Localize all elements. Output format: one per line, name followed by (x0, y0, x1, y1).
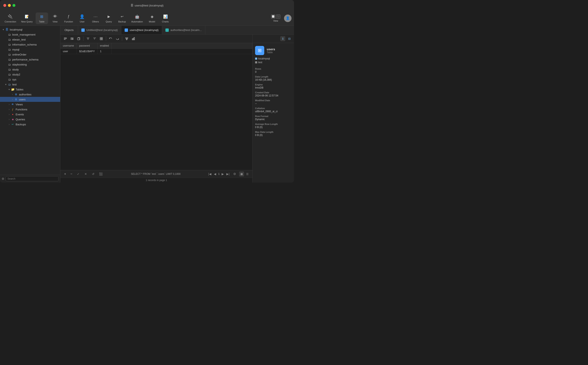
group-by-button[interactable] (124, 36, 130, 42)
first-page-button[interactable]: |◀ (208, 172, 212, 176)
sidebar-item-backups[interactable]: › ↩ Backups (0, 122, 60, 127)
sidebar-item-authorities-table[interactable]: › ⊞ authorities (0, 92, 60, 97)
add-row-button[interactable]: + (63, 172, 67, 176)
server-icon: 🗄 (5, 28, 9, 31)
col-password[interactable]: password (77, 43, 97, 49)
sidebar-item-onlineorder[interactable]: 🗂 onlineOrder (0, 52, 60, 57)
meta-row-format: Row Format Dynamic (255, 115, 292, 121)
sidebar-item-events[interactable]: › ● Events (0, 112, 60, 117)
toolbar-model[interactable]: ◈ Model (146, 13, 158, 24)
chart-button[interactable] (130, 36, 136, 42)
sidebar-bottom-icon: ⚙ (2, 177, 4, 180)
tab-objects[interactable]: Objects (60, 26, 78, 34)
database-icon: 🗂 (7, 53, 11, 56)
search-input[interactable] (6, 176, 58, 181)
new-query-icon: 📝 (24, 14, 30, 20)
table-name-group: users Table (267, 47, 275, 54)
toolbar-new-query[interactable]: 📝 New Query (19, 13, 35, 24)
refresh-left-button[interactable] (108, 36, 114, 42)
window-title: 🗄 users@test (localmysql) (130, 4, 164, 7)
tab-db-icon (125, 28, 128, 32)
toolbar-charts[interactable]: 📊 Charts (159, 13, 172, 24)
settings-button[interactable]: ⚙ (232, 171, 237, 177)
toolbar-automation[interactable]: 🤖 Automation (129, 13, 145, 24)
close-button[interactable] (3, 4, 6, 7)
toolbar-right: ⬜ ⬛ View 👤 (269, 13, 292, 23)
sidebar-item-study[interactable]: 🗂 study (0, 67, 60, 72)
tab-untitled[interactable]: Untitled@test (localmysql) (78, 26, 121, 34)
confirm-button[interactable]: ✓ (75, 171, 81, 177)
next-page-button[interactable]: ▶ (221, 172, 224, 176)
columns-icon[interactable]: ⊟ (287, 36, 292, 41)
sidebar-item-localmysql[interactable]: ▼ 🗄 localmysql (0, 27, 60, 32)
col-enabled[interactable]: enabled (97, 43, 112, 49)
tab-authorities[interactable]: authorities@test (localm... (162, 26, 205, 34)
table-row[interactable]: user $2a$10$4PY 1 (60, 49, 252, 54)
sidebar-item-mysql[interactable]: 🗂 mysql (0, 47, 60, 52)
sidebar-item-ebean-test[interactable]: 🗂 ebean_test (0, 37, 60, 42)
database-icon: 🗂 (7, 68, 11, 71)
sidebar-item-views[interactable]: › 👁 Views (0, 102, 60, 107)
delete-record-button[interactable] (69, 36, 75, 42)
toolbar-user[interactable]: 👤 User (76, 13, 88, 24)
sidebar: ▼ 🗄 localmysql 🗂 book_management 🗂 ebean… (0, 26, 60, 182)
info-icon[interactable]: ℹ (280, 36, 285, 41)
toolbar-view-toggle[interactable]: ⬜ ⬛ View (269, 13, 282, 23)
user-avatar[interactable]: 👤 (284, 14, 292, 22)
tab-db-icon (165, 28, 169, 32)
backup-icon: ↩ (119, 14, 125, 20)
meta-max-data-length: Max Data Length 0 B (0) (255, 131, 292, 137)
chevron-right-icon: › (7, 113, 11, 116)
toolbar-others[interactable]: ⋯ Others (89, 13, 102, 24)
sidebar-search-bar: ⚙ (0, 175, 60, 182)
chevron-down-icon: ▼ (2, 28, 5, 31)
sidebar-item-information-schema[interactable]: 🗂 information_schema (0, 42, 60, 47)
chevron-right-icon: › (11, 93, 14, 96)
sidebar-item-sys[interactable]: 🗂 sys (0, 77, 60, 82)
grid-view-button[interactable] (98, 36, 104, 42)
remove-row-button[interactable]: − (69, 172, 74, 176)
col-username[interactable]: username (60, 43, 77, 49)
filter-button[interactable] (85, 36, 91, 42)
reload-button[interactable]: ↺ (90, 171, 96, 177)
last-page-button[interactable]: ▶| (226, 172, 230, 176)
sidebar-item-test[interactable]: ▼ 🗂 test (0, 82, 60, 87)
toolbar-function[interactable]: ƒ Function (62, 13, 75, 24)
tab-db-icon (81, 28, 85, 32)
maximize-button[interactable] (13, 4, 15, 7)
tab-users[interactable]: users@test (localmysql) (121, 26, 162, 34)
split-panel-icon: ⬛ (276, 14, 280, 19)
toolbar-table[interactable]: ⊞ Table (36, 13, 48, 24)
add-record-button[interactable] (62, 36, 68, 42)
refresh-right-button[interactable] (115, 36, 120, 42)
minimize-button[interactable] (8, 4, 11, 7)
sort-button[interactable] (92, 36, 98, 42)
svg-rect-13 (125, 38, 128, 38)
sidebar-item-staybooking[interactable]: 🗂 staybooking (0, 62, 60, 67)
toolbar-view[interactable]: 👁 View (49, 13, 61, 24)
sidebar-item-tables[interactable]: ▼ 📁 Tables (0, 87, 60, 92)
database-icon: 🗂 (7, 58, 11, 61)
stop-button[interactable]: ⬛ (98, 171, 104, 177)
sidebar-item-users-table[interactable]: › ⊞ users (0, 97, 60, 102)
sidebar-item-book-management[interactable]: 🗂 book_management (0, 32, 60, 37)
prev-page-button[interactable]: ◀ (214, 172, 217, 176)
grid-view-toggle[interactable]: ⊞ (239, 171, 244, 176)
status-area: + − ✓ ✕ ↺ ⬛ SELECT * FROM `test`.`users`… (60, 170, 252, 182)
toolbar-connection[interactable]: 🔌 Connection (2, 13, 18, 24)
cancel-button[interactable]: ✕ (83, 171, 89, 177)
list-view-toggle[interactable]: ☰ (245, 171, 250, 176)
cell-password[interactable]: $2a$10$4PY (77, 49, 97, 54)
toolbar-query[interactable]: ▶ Query (103, 13, 115, 24)
toolbar-backup[interactable]: ↩ Backup (116, 13, 128, 24)
sidebar-item-performance-schema[interactable]: 🗂 performance_schema (0, 57, 60, 62)
title-bar: 🗄 users@test (localmysql) (0, 0, 294, 11)
duplicate-record-button[interactable] (76, 36, 82, 42)
cell-username[interactable]: user (60, 49, 77, 54)
sidebar-item-study2[interactable]: 🗂 study2 (0, 72, 60, 77)
sidebar-item-functions[interactable]: › ƒ Functions (0, 107, 60, 112)
meta-rows: Rows 0 (255, 68, 292, 73)
cell-enabled[interactable]: 1 (97, 49, 112, 54)
sidebar-item-queries[interactable]: › ◈ Queries (0, 117, 60, 122)
meta-section: Rows 0 Data Length 16 KB (16,384) Engine… (253, 66, 294, 140)
